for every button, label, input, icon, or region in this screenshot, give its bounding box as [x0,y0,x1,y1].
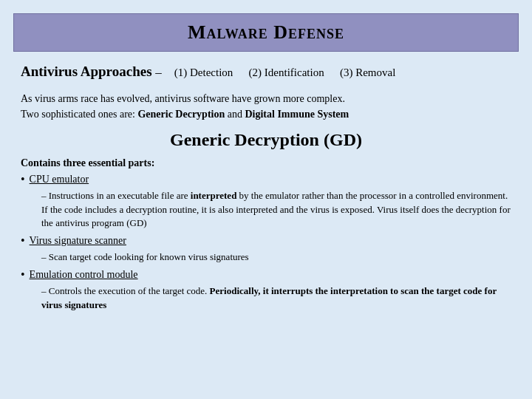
bullet-dot-3: • [21,267,25,283]
emulation-module-label: Emulation control module [30,267,138,282]
virus-scanner-label: Virus signature scanner [30,233,126,248]
step1: (1) Detection [174,66,233,78]
slide-title: Malware Defense [29,21,503,44]
emulation-module-desc: – Controls the execution of the target c… [41,284,511,313]
bullet-item-1: • CPU emulator [21,172,511,188]
desc-line2-prefix: Two sophisticated ones are: [21,109,137,120]
approaches-dash: – [155,65,162,79]
description-block: As virus arms race has evolved, antiviru… [21,91,511,123]
approaches-heading: Antivirus Approaches [21,64,155,79]
desc-bold2: Digital Immune System [245,109,349,120]
slide: Malware Defense Antivirus Approaches – (… [0,0,532,399]
desc-line2: Two sophisticated ones are: Generic Decr… [21,106,511,123]
bullet-dot-2: • [21,233,25,249]
desc-line1: As virus arms race has evolved, antiviru… [21,91,511,107]
list-item: • CPU emulator – Instructions in an exec… [21,172,511,231]
approaches-line: Antivirus Approaches – (1) Detection (2)… [21,62,511,82]
desc-bold1: Generic Decryption [137,109,225,120]
cpu-emulator-label: CPU emulator [30,172,89,187]
title-bar: Malware Defense [13,13,519,52]
cpu-emulator-desc: – Instructions in an executable file are… [41,189,511,231]
contains-heading: Contains three essential parts: [21,157,511,169]
bullet-dot-1: • [21,172,25,188]
list-item: • Emulation control module – Controls th… [21,267,511,312]
virus-scanner-desc: – Scan target code looking for known vir… [41,250,511,265]
list-item: • Virus signature scanner – Scan target … [21,233,511,265]
slide-content: Antivirus Approaches – (1) Detection (2)… [0,52,532,399]
bullet-item-2: • Virus signature scanner [21,233,511,249]
step2: (2) Identification [249,66,324,78]
section-title: Generic Decryption (GD) [21,130,511,150]
desc-line2-mid: and [225,109,245,120]
step3: (3) Removal [340,66,395,78]
bullet-list: • CPU emulator – Instructions in an exec… [21,172,511,312]
bullet-item-3: • Emulation control module [21,267,511,283]
